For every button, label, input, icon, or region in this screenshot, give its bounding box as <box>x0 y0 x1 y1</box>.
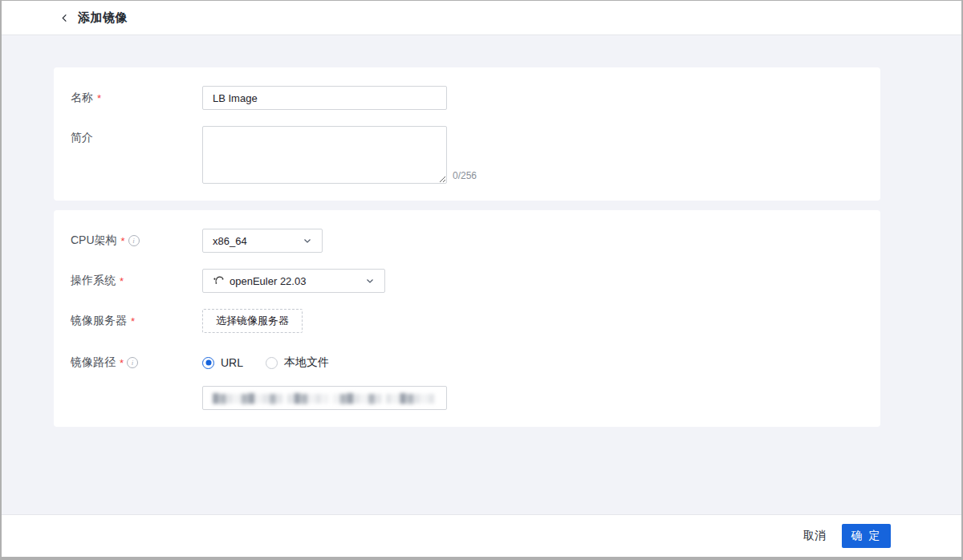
chevron-down-icon <box>303 236 312 246</box>
form-row-description: 简介 0/256 <box>71 126 861 184</box>
radio-selected-icon[interactable] <box>202 357 214 369</box>
content-area: 名称* 简介 0/256 CPU架构* i <box>2 35 961 514</box>
image-url-input[interactable]: █▓▒░▓█░▒▓▒ ▒█▓░▒░ ░▓█▒░▓▒ ▒░█▓▒░▒ ░▒▓█░▒… <box>202 386 447 410</box>
cancel-button[interactable]: 取消 <box>795 524 834 548</box>
redacted-url-value: █▓▒░▓█░▒▓▒ ▒█▓░▒░ ░▓█▒░▓▒ ▒░█▓▒░▒ ░▒▓█░▒… <box>213 387 437 409</box>
radio-option-local-file[interactable]: 本地文件 <box>266 355 329 370</box>
required-asterisk: * <box>120 275 124 287</box>
cpu-arch-label: CPU架构* i <box>71 233 202 248</box>
required-asterisk: * <box>120 357 124 369</box>
select-image-server-button[interactable]: 选择镜像服务器 <box>202 309 303 333</box>
name-input[interactable] <box>202 86 447 110</box>
cpu-arch-selected-value: x86_64 <box>213 235 247 247</box>
back-icon[interactable] <box>56 10 72 26</box>
info-icon[interactable]: i <box>127 357 138 368</box>
char-counter: 0/256 <box>453 170 477 181</box>
form-row-name: 名称* <box>71 86 861 110</box>
description-field-wrap: 0/256 <box>202 126 477 184</box>
form-row-image-url: █▓▒░▓█░▒▓▒ ▒█▓░▒░ ░▓█▒░▓▒ ▒░█▓▒░▒ ░▒▓█░▒… <box>71 386 861 410</box>
radio-option-url[interactable]: URL <box>202 356 243 369</box>
form-row-cpu-arch: CPU架构* i x86_64 <box>71 229 861 253</box>
confirm-button[interactable]: 确 定 <box>842 524 891 548</box>
chevron-down-icon <box>365 276 375 286</box>
add-image-page: 添加镜像 名称* 简介 0/256 <box>0 0 963 560</box>
os-select[interactable]: openEuler 22.03 <box>202 269 385 293</box>
page-header: 添加镜像 <box>2 1 961 35</box>
form-row-os: 操作系统* openEuler 22 <box>71 269 861 293</box>
openeuler-logo-icon <box>213 274 224 287</box>
required-asterisk: * <box>121 235 125 247</box>
image-path-label: 镜像路径* i <box>71 355 202 370</box>
description-label: 简介 <box>71 126 202 145</box>
form-row-image-server: 镜像服务器* 选择镜像服务器 <box>71 309 861 333</box>
cpu-arch-select[interactable]: x86_64 <box>202 229 323 253</box>
radio-unselected-icon[interactable] <box>266 357 278 369</box>
form-row-image-path: 镜像路径* i URL 本地文件 <box>71 355 861 370</box>
info-icon[interactable]: i <box>128 235 140 246</box>
os-label: 操作系统* <box>71 274 202 288</box>
name-label: 名称* <box>71 91 202 105</box>
required-asterisk: * <box>131 315 135 327</box>
image-path-radio-group: URL 本地文件 <box>202 355 329 370</box>
basic-info-card: 名称* 简介 0/256 <box>54 67 880 201</box>
description-textarea[interactable] <box>202 126 447 184</box>
os-selected-value: openEuler 22.03 <box>230 275 306 287</box>
footer-actions: 取消 确 定 <box>2 514 961 557</box>
required-asterisk: * <box>97 92 101 104</box>
image-config-card: CPU架构* i x86_64 操作系统* <box>54 210 880 427</box>
page-title: 添加镜像 <box>78 10 128 26</box>
image-server-label: 镜像服务器* <box>71 314 202 328</box>
